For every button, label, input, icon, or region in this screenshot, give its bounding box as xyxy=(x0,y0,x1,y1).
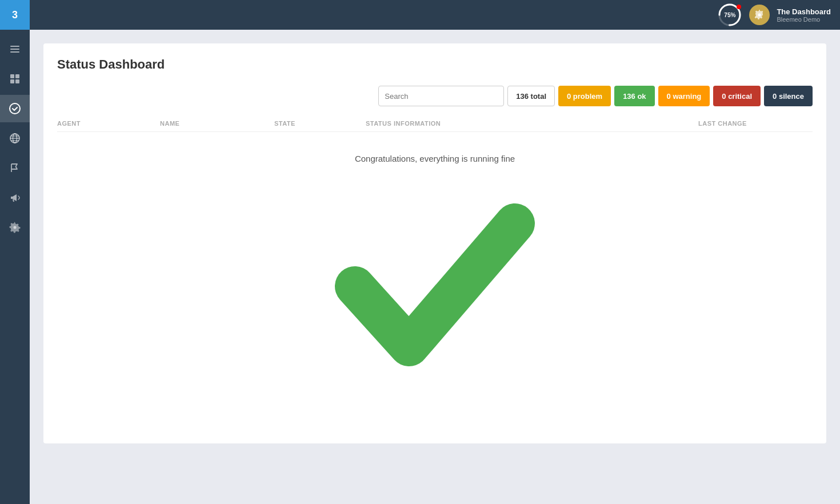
main-area: 75% The Dashboard Bleemeo Demo Status Da… xyxy=(30,0,840,504)
svg-rect-5 xyxy=(10,79,14,83)
filter-critical[interactable]: 0 critical xyxy=(713,86,761,106)
user-info: The Dashboard Bleemeo Demo xyxy=(777,7,831,23)
search-input[interactable] xyxy=(378,86,504,106)
col-last-change: LAST CHANGE xyxy=(698,120,813,127)
table-header: AGENT NAME STATE STATUS INFORMATION LAST… xyxy=(57,115,813,132)
success-checkmark xyxy=(321,181,549,398)
sidebar-item-status[interactable] xyxy=(0,95,30,122)
col-name: NAME xyxy=(160,120,274,127)
content-area: Status Dashboard 136 total 0 problem 136… xyxy=(30,30,840,504)
sidebar-item-settings[interactable] xyxy=(0,214,30,241)
user-name: The Dashboard xyxy=(777,7,831,16)
sidebar-item-dashboard[interactable] xyxy=(0,65,30,93)
filter-total[interactable]: 136 total xyxy=(507,86,555,106)
progress-label: 75% xyxy=(724,12,735,18)
svg-rect-6 xyxy=(15,79,19,83)
svg-rect-4 xyxy=(15,74,19,78)
filter-problem[interactable]: 0 problem xyxy=(558,86,611,106)
filter-silence[interactable]: 0 silence xyxy=(764,86,813,106)
filter-ok[interactable]: 136 ok xyxy=(614,86,654,106)
svg-rect-0 xyxy=(10,46,19,47)
progress-circle: 75% xyxy=(717,2,742,27)
dashboard-card: Status Dashboard 136 total 0 problem 136… xyxy=(43,43,826,443)
sidebar-item-flag[interactable] xyxy=(0,154,30,182)
user-subtitle: Bleemeo Demo xyxy=(777,16,831,23)
sidebar-item-globe[interactable] xyxy=(0,125,30,152)
col-state: STATE xyxy=(274,120,366,127)
col-status-info: STATUS INFORMATION xyxy=(366,120,698,127)
sidebar: 3 xyxy=(0,0,30,504)
svg-rect-2 xyxy=(10,51,19,53)
app-logo[interactable]: 3 xyxy=(0,0,30,30)
user-avatar[interactable] xyxy=(749,5,770,25)
sidebar-item-menu[interactable] xyxy=(0,35,30,63)
svg-point-7 xyxy=(10,103,20,114)
svg-rect-3 xyxy=(10,74,14,78)
success-area: Congratulations, everything is running f… xyxy=(57,137,813,398)
topbar: 75% The Dashboard Bleemeo Demo xyxy=(30,0,840,30)
col-agent: AGENT xyxy=(57,120,160,127)
sidebar-item-megaphone[interactable] xyxy=(0,184,30,211)
svg-rect-1 xyxy=(10,49,19,50)
page-title: Status Dashboard xyxy=(57,57,813,72)
filter-warning[interactable]: 0 warning xyxy=(658,86,710,106)
success-message: Congratulations, everything is running f… xyxy=(355,154,515,163)
filter-row: 136 total 0 problem 136 ok 0 warning 0 c… xyxy=(57,86,813,106)
